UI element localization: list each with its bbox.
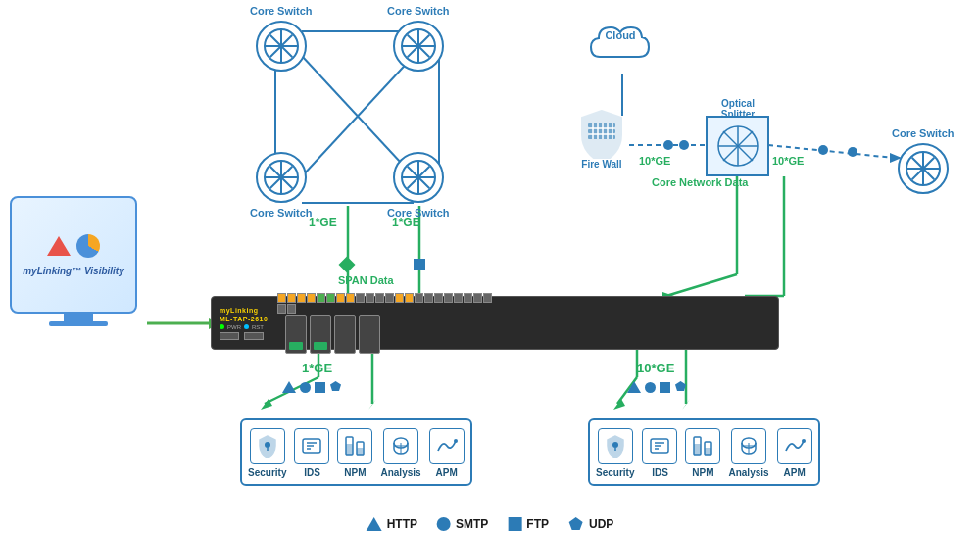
cloud-label: Cloud [605,29,635,41]
port-13 [395,293,404,303]
protocol-shapes-left [282,380,342,393]
npm-svg-left [343,434,367,458]
tool-analysis-icon-right [731,428,766,464]
switch-spokes-4 [401,160,436,195]
ge-label-2: 1*GE [392,216,420,229]
monitor-stand [64,314,93,321]
svg-point-62 [802,439,806,443]
tool-analysis-right: Analysis [728,428,768,478]
switch-bot-left-icon [256,152,307,203]
legend-bar: HTTP SMTP FTP UDP [367,516,614,532]
port-7 [336,293,345,303]
legend-pentagon-icon [568,516,584,532]
ge-out-right-label: 10*GE [637,361,674,375]
proto-triangle-right [627,381,641,393]
sfp-port-2 [310,315,331,354]
proto-triangle-left [282,381,296,393]
tool-apm-left: APM [429,428,465,478]
port-12 [385,293,394,303]
port-5 [317,293,325,303]
monitor-icons [47,234,100,258]
port-21 [473,293,482,303]
security-svg-right [604,434,627,458]
diamond-connector-left [339,257,356,273]
proto-pentagon-right [674,380,687,393]
port-9 [356,293,365,303]
switch-right-label: Core Switch [892,127,955,139]
optical-splitter-svg [715,123,760,169]
rack-model-label: ML-TAP-2610 [220,316,273,322]
apm-svg-left [435,434,459,458]
port-18 [444,293,453,303]
port-22 [483,293,492,303]
svg-rect-42 [346,444,353,455]
rack-port-mgt [220,332,239,340]
legend-triangle-icon [367,517,382,531]
port-15 [415,293,423,303]
port-6 [326,293,335,303]
tool-analysis-icon-left [383,428,418,464]
pwr-led [220,324,224,329]
tool-apm-right: APM [777,428,812,478]
pwr-label: PWR [227,324,241,330]
port-20 [464,293,472,303]
switch-top-right: Core Switch [387,5,450,72]
svg-rect-56 [694,444,701,455]
switch-top-left: Core Switch [250,5,313,72]
rack-brand-label: myLinking [220,307,273,314]
tool-ids-icon-left [294,428,329,464]
cloud-section: Cloud [586,20,655,71]
rack-indicators: PWR RST [220,324,273,330]
port-1 [277,293,286,303]
ids-svg-left [300,434,323,458]
brand-label: myLinking™ Visibility [23,266,124,276]
svg-marker-15 [613,399,625,410]
legend-udp: UDP [568,516,613,532]
svg-rect-65 [588,135,615,139]
span-data-label: SPAN Data [338,274,394,286]
legend-ftp: FTP [508,517,549,531]
tool-security-left: Security [248,428,286,478]
npm-svg-right [691,434,714,458]
port-4 [307,293,316,303]
svg-marker-17 [682,399,690,410]
ge-label-1: 1*GE [309,216,337,229]
svg-point-49 [612,442,618,448]
tool-npm-icon-right [685,428,720,464]
sfp-plus-ports [285,315,380,354]
sfp-port-4 [359,315,380,354]
tool-security-icon-left [250,428,285,464]
apm-svg-right [783,434,807,458]
svg-point-26 [848,147,858,157]
firewall-svg [578,108,625,159]
diagram-container: myLinking™ Visibility Core Switch Core S… [0,0,980,540]
ids-svg-right [648,434,671,458]
legend-ftp-label: FTP [526,517,549,531]
svg-line-29 [666,274,737,296]
triangle-icon [47,236,71,256]
tool-analysis-label-left: Analysis [380,467,420,478]
tool-box-right: Security IDS NPM [588,418,820,486]
proto-circle-left [300,382,311,393]
svg-point-23 [679,140,689,150]
tool-analysis-left: Analysis [380,428,420,478]
ge-out-left-label: 1*GE [302,361,332,375]
proto-square-right [660,382,670,393]
port-24 [287,304,296,314]
port-10 [366,293,374,303]
rdy-label: RST [252,324,264,330]
device-rack: myLinking ML-TAP-2610 PWR RST [211,296,779,350]
port-16 [424,293,433,303]
connection-lines [0,0,980,540]
legend-http: HTTP [367,517,417,531]
svg-marker-10 [261,399,272,410]
switch-bot-right-icon [393,152,444,203]
protocol-shapes-right [627,380,687,393]
port-23 [277,304,286,314]
tool-npm-label-left: NPM [344,467,366,478]
svg-rect-44 [357,448,364,455]
firewall-label1: Fire Wall [581,159,621,170]
switch-right-icon [898,143,949,194]
svg-rect-58 [705,448,711,455]
optical-splitter-box [706,116,769,176]
